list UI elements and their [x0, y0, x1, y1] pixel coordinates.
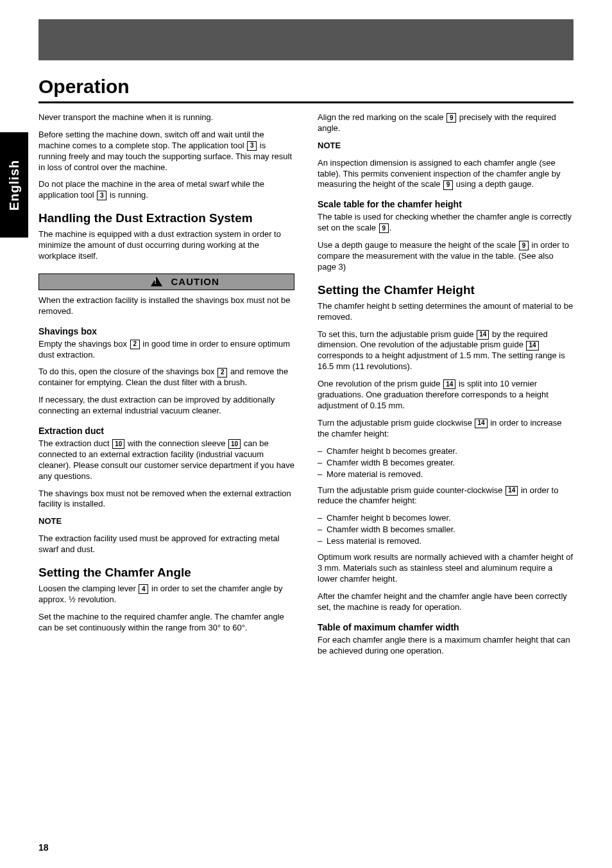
top-banner	[38, 19, 574, 60]
caution-bar: CAUTION	[38, 273, 294, 290]
ref-box: 10	[112, 439, 124, 449]
text: using a depth gauge.	[456, 179, 534, 189]
right-column: Align the red marking on the scale 9 pre…	[318, 112, 574, 663]
text: To set this, turn the adjustable prism g…	[318, 329, 474, 339]
text: with the connection sleeve	[128, 438, 225, 448]
subheading-chamfer-angle: Setting the Chamfer Angle	[38, 566, 294, 580]
list-item: Chamfer height b becomes greater.	[318, 446, 574, 456]
left-column: Never transport the machine when it is r…	[38, 112, 294, 663]
ref-box: 14	[475, 419, 487, 428]
text: Turn the adjustable prism guide counter-…	[318, 485, 503, 495]
para: The table is used for checking whether t…	[318, 212, 574, 234]
ref-box: 14	[506, 486, 518, 496]
para: Do not place the machine in the area of …	[38, 179, 294, 201]
text: Empty the shavings box	[38, 339, 127, 349]
para: To set this, turn the adjustable prism g…	[318, 329, 574, 373]
ref-box: 9	[443, 180, 453, 190]
text: Do not place the machine in the area of …	[38, 179, 264, 200]
para: The extraction facility used must be app…	[38, 534, 294, 555]
text: Use a depth gauge to measure the height …	[318, 240, 516, 250]
ref-box: 3	[97, 191, 106, 200]
bullet-list: Chamfer height b becomes greater. Chamfe…	[318, 446, 574, 479]
ref-box: 9	[519, 241, 529, 250]
para: The extraction duct 10 with the connecti…	[38, 438, 294, 482]
text: Before setting the machine down, switch …	[38, 130, 264, 150]
ref-box: 2	[130, 340, 140, 349]
para: Align the red marking on the scale 9 pre…	[318, 112, 574, 134]
ref-box: 2	[217, 368, 227, 378]
text: The extraction duct	[38, 438, 110, 448]
para: Turn the adjustable prism guide counter-…	[318, 485, 574, 507]
para: Optimum work results are normally achiev…	[318, 552, 574, 585]
warning-icon	[151, 277, 162, 286]
para: Never transport the machine when it is r…	[38, 112, 294, 123]
para: Empty the shavings box 2 in good time in…	[38, 339, 294, 361]
note-label: NOTE	[318, 141, 341, 150]
list-item: Chamfer height b becomes lower.	[318, 513, 574, 523]
list-item: More material is removed.	[318, 469, 574, 479]
note: NOTE	[38, 516, 294, 527]
note-label: NOTE	[38, 516, 62, 526]
para: For each chamfer angle there is a maximu…	[318, 635, 574, 657]
para: One revolution of the prism guide 14 is …	[318, 379, 574, 412]
minihead-extraction-duct: Extraction duct	[38, 426, 294, 436]
para: The machine is equipped with a dust extr…	[38, 229, 294, 262]
ref-box: 9	[446, 113, 456, 123]
text: is running.	[110, 190, 148, 200]
ref-box: 10	[228, 439, 241, 449]
para: Set the machine to the required chamfer …	[38, 612, 294, 634]
subheading-dust-extraction: Handling the Dust Extraction System	[38, 211, 294, 225]
text: Loosen the clamping lever	[38, 584, 136, 593]
caution-text: When the extraction facility is installe…	[38, 295, 294, 317]
minihead-shavings-box: Shavings box	[38, 326, 294, 336]
para: If necessary, the dust extraction can be…	[38, 395, 294, 417]
text: .	[389, 223, 392, 232]
ref-box: 4	[139, 584, 148, 594]
text: The table is used for checking whether t…	[318, 212, 572, 232]
caution-label: CAUTION	[167, 276, 294, 287]
para: An inspection dimension is assigned to e…	[318, 158, 574, 191]
minihead-max-chamfer-width: Table of maximum chamfer width	[318, 622, 574, 632]
language-tab: English	[0, 132, 28, 238]
minihead-scale-table: Scale table for the chamfer height	[318, 199, 574, 209]
ref-box: 9	[379, 223, 389, 233]
para: Turn the adjustable prism guide clockwis…	[318, 418, 574, 440]
text: Align the red marking on the scale	[318, 112, 444, 122]
subheading-chamfer-height: Setting the Chamfer Height	[318, 283, 574, 297]
text: One revolution of the prism guide	[318, 379, 441, 388]
ref-box: 3	[247, 141, 257, 151]
text: To do this, open the closure of the shav…	[38, 367, 215, 376]
ref-box: 14	[526, 341, 538, 351]
para: To do this, open the closure of the shav…	[38, 367, 294, 388]
list-item: Chamfer width B becomes greater.	[318, 458, 574, 467]
text: Turn the adjustable prism guide clockwis…	[318, 418, 472, 428]
list-item: Chamfer width B becomes smaller.	[318, 525, 574, 534]
ref-box: 14	[443, 379, 455, 389]
para: The chamfer height b setting determines …	[318, 301, 574, 323]
text: corresponds to a height adjustment of 1.…	[318, 351, 565, 371]
para: After the chamfer height and the chamfer…	[318, 591, 574, 613]
bullet-list: Chamfer height b becomes lower. Chamfer …	[318, 513, 574, 546]
para: Loosen the clamping lever 4 in order to …	[38, 584, 294, 605]
list-item: Less material is removed.	[318, 536, 574, 546]
note: NOTE	[318, 141, 574, 152]
ref-box: 14	[477, 330, 489, 340]
para: Before setting the machine down, switch …	[38, 130, 294, 173]
page-number: 18	[38, 842, 49, 853]
para: Use a depth gauge to measure the height …	[318, 240, 574, 273]
para: The shavings box must not be removed whe…	[38, 489, 294, 510]
section-title: Operation	[38, 73, 574, 103]
